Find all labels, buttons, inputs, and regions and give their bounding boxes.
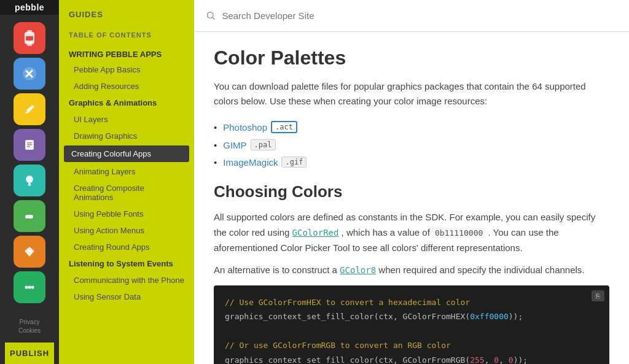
- svg-rect-11: [27, 142, 32, 144]
- nav-item-using-pebble-fonts[interactable]: Using Pebble Fonts: [59, 206, 194, 222]
- nav-item-adding-resources[interactable]: Adding Resources: [59, 78, 194, 95]
- icon-item-chat[interactable]: [14, 200, 45, 232]
- photoshop-tag: .act: [271, 121, 297, 133]
- chat-icon: [21, 208, 37, 224]
- nav-header: GUIDES: [59, 0, 194, 24]
- imagemagick-tag: .gif: [281, 157, 307, 168]
- svg-marker-20: [25, 247, 34, 257]
- nav-section-writing: WRITING PEBBLE APPS: [59, 44, 194, 61]
- tools-icon: [21, 66, 37, 82]
- palette-item-imagemagick: ImageMagick .gif: [214, 157, 609, 168]
- palette-item-gimp: GIMP .pal: [214, 139, 609, 150]
- palette-list: Photoshop .act GIMP .pal ImageMagick .gi…: [214, 121, 609, 168]
- copy-button[interactable]: ⎘: [592, 290, 604, 301]
- nav-item-using-sensor-data[interactable]: Using Sensor Data: [59, 288, 194, 305]
- code-line-4: graphics_context_set_fill_color(ctx, GCo…: [225, 353, 598, 364]
- intro-text: You can download palette files for popul…: [214, 79, 609, 109]
- svg-rect-13: [27, 146, 30, 147]
- bulb-icon: [21, 172, 37, 188]
- nav-item-creating-round-apps[interactable]: Creating Round Apps: [59, 239, 194, 255]
- svg-point-14: [26, 176, 33, 183]
- svg-rect-1: [27, 30, 32, 33]
- icon-item-note[interactable]: [14, 129, 45, 161]
- choosing-text-1: All supported colors are defined as cons…: [214, 210, 609, 255]
- nav-item-animating-layers[interactable]: Animating Layers: [59, 163, 194, 180]
- toc-label: TABLE OF CONTENTS: [59, 24, 194, 44]
- gcolor8-link[interactable]: GColor8: [340, 265, 376, 275]
- code-line-1: // Use GColorFromHEX to convert a hexade…: [225, 295, 598, 309]
- nav-item-pebble-app-basics[interactable]: Pebble App Basics: [59, 61, 194, 78]
- publish-button[interactable]: PUBLISH: [5, 343, 54, 364]
- search-bar: [194, 0, 629, 32]
- pebble-watch-icon: [21, 29, 38, 47]
- svg-rect-16: [28, 184, 31, 185]
- choosing-text-2: An alternative is to construct a GColor8…: [214, 263, 609, 278]
- icon-item-tools[interactable]: [14, 58, 45, 90]
- svg-rect-3: [26, 36, 33, 41]
- app-logo[interactable]: pebble: [0, 0, 59, 15]
- nav-item-ui-layers[interactable]: UI Layers: [59, 111, 194, 128]
- code-line-3: // Or use GColorFromRGB to convert an RG…: [225, 338, 598, 352]
- search-icon: [206, 11, 216, 21]
- imagemagick-link[interactable]: ImageMagick: [223, 157, 278, 168]
- gimp-link[interactable]: GIMP: [223, 140, 246, 150]
- nav-item-creating-composite-animations[interactable]: Creating Composite Animations: [59, 180, 194, 206]
- svg-rect-4: [26, 34, 33, 36]
- svg-point-21: [25, 286, 28, 289]
- page-title: Color Palettes: [214, 47, 609, 69]
- dots-icon: [21, 279, 37, 295]
- svg-line-25: [213, 17, 214, 19]
- sidebar-footer: Privacy Cookies: [11, 311, 48, 343]
- icon-item-bulb[interactable]: [14, 165, 45, 196]
- code-line-2: graphics_context_set_fill_color(ctx, GCo…: [225, 309, 598, 323]
- icon-item-pencil[interactable]: [14, 93, 45, 125]
- icon-sidebar: pebble: [0, 0, 59, 364]
- search-input[interactable]: [222, 10, 617, 21]
- nav-sidebar: GUIDES TABLE OF CONTENTS WRITING PEBBLE …: [59, 0, 194, 364]
- svg-point-19: [28, 215, 31, 219]
- gcolorred-link[interactable]: GColorRed: [292, 228, 339, 238]
- photoshop-link[interactable]: Photoshop: [223, 122, 267, 133]
- icon-item-diamond[interactable]: [14, 236, 45, 268]
- icon-item-dots[interactable]: [14, 271, 45, 303]
- gimp-tag: .pal: [251, 139, 276, 150]
- svg-rect-2: [27, 44, 32, 46]
- icon-item-red[interactable]: [14, 22, 45, 54]
- content-area: Color Palettes You can download palette …: [194, 32, 629, 364]
- nav-item-communicating-phone[interactable]: Communicating with the Phone: [59, 272, 194, 288]
- nav-section-graphics[interactable]: Graphics & Animations: [59, 95, 194, 111]
- diamond-icon: [21, 244, 37, 260]
- svg-point-22: [28, 286, 31, 289]
- main-content: Color Palettes You can download palette …: [194, 0, 629, 364]
- svg-point-24: [207, 12, 213, 18]
- code-block: ⎘ // Use GColorFromHEX to convert a hexa…: [214, 285, 609, 364]
- privacy-cookies-text: Privacy Cookies: [18, 318, 41, 335]
- pencil-icon: [21, 101, 37, 117]
- icon-sidebar-items: [14, 15, 45, 311]
- color-value-badge: 0b11110000: [432, 228, 485, 238]
- nav-item-drawing-graphics[interactable]: Drawing Graphics: [59, 128, 194, 144]
- choosing-colors-title: Choosing Colors: [214, 182, 609, 201]
- nav-item-using-action-menus[interactable]: Using Action Menus: [59, 222, 194, 239]
- note-icon: [21, 137, 37, 153]
- svg-point-23: [31, 286, 34, 289]
- palette-item-photoshop: Photoshop .act: [214, 121, 609, 133]
- svg-marker-8: [25, 105, 34, 114]
- nav-item-creating-colorful-apps[interactable]: Creating Colorful Apps: [64, 145, 189, 162]
- svg-rect-12: [27, 144, 32, 145]
- nav-section-system-events[interactable]: Listening to System Events: [59, 255, 194, 272]
